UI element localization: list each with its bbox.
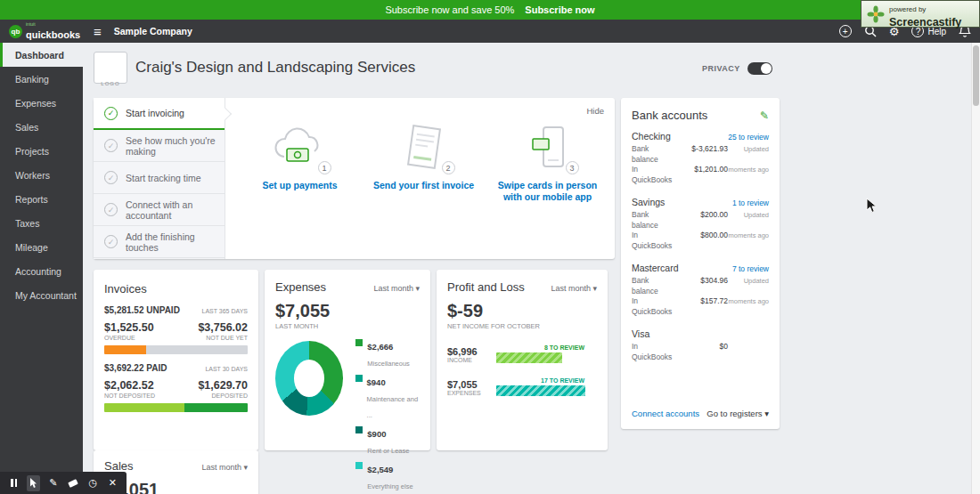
- sidebar-item-label: Dashboard: [15, 50, 64, 61]
- notdeposited-amount: $2,062.52: [104, 379, 154, 392]
- hide-link[interactable]: Hide: [586, 106, 604, 116]
- checklist-item-track-time[interactable]: ✓ Start tracking time: [94, 162, 225, 194]
- profit-loss-filter-dropdown[interactable]: Last month ▾: [551, 284, 597, 293]
- legend-swatch: [355, 339, 363, 346]
- cursor-tool-button[interactable]: [27, 475, 40, 491]
- privacy-toggle[interactable]: [747, 62, 772, 75]
- sidebar-item-label: Mileage: [15, 242, 48, 253]
- filter-label: Last month: [201, 463, 241, 472]
- to-review-link[interactable]: 25 to review: [728, 133, 769, 142]
- checklist-item-label: Start invoicing: [126, 108, 184, 118]
- pencil-icon[interactable]: ✎: [760, 109, 769, 122]
- sales-title: Sales: [104, 459, 134, 473]
- payments-illustration: 1: [273, 123, 328, 174]
- sidebar-item-label: Projects: [15, 146, 49, 157]
- sidebar-item-label: Reports: [15, 194, 48, 205]
- account-name: Visa: [632, 328, 649, 339]
- sidebar-item-taxes[interactable]: Taxes: [0, 211, 83, 235]
- sidebar-item-label: Taxes: [15, 218, 39, 229]
- scrollbar-thumb[interactable]: [973, 45, 979, 106]
- legend-item: $900Rent or Lease: [355, 425, 420, 457]
- promo-text: Subscribe now and save 50%: [385, 4, 514, 15]
- quickbooks-logo[interactable]: qb intuit quickbooks: [0, 22, 83, 41]
- sidebar-item-accounting[interactable]: Accounting: [0, 259, 83, 283]
- row-value: $1,201.00: [676, 165, 728, 185]
- check-circle-icon: ✓: [104, 139, 118, 152]
- legend-swatch: [355, 462, 363, 469]
- quickbooks-mark-icon: qb: [9, 25, 22, 38]
- pen-tool-button[interactable]: ✎: [46, 475, 60, 491]
- invoices-card: Invoices $5,281.52 UNPAID LAST 365 DAYS …: [94, 270, 258, 450]
- legend-amount: $900: [367, 429, 386, 439]
- sidebar-item-my-accountant[interactable]: My Accountant: [0, 283, 83, 307]
- sidebar-item-banking[interactable]: Banking: [0, 67, 83, 91]
- row-value: $800.00: [676, 231, 728, 251]
- pause-button[interactable]: [7, 475, 20, 491]
- privacy-control: PRIVACY: [702, 62, 772, 75]
- income-amount: $6,996: [447, 346, 496, 357]
- row-value: $157.72: [676, 296, 728, 317]
- hamburger-menu-icon[interactable]: ≡: [94, 24, 102, 39]
- set-up-payments-link[interactable]: Set up payments: [262, 180, 337, 191]
- sidebar-item-projects[interactable]: Projects: [0, 139, 83, 163]
- swipe-cards-link[interactable]: Swipe cards in person with our mobile ap…: [496, 180, 599, 203]
- sidebar-item-label: Workers: [15, 170, 50, 181]
- sidebar-item-reports[interactable]: Reports: [0, 187, 83, 211]
- paid-period: LAST 30 DAYS: [205, 366, 248, 372]
- sidebar-item-label: My Accountant: [15, 290, 77, 301]
- income-review-link[interactable]: 8 TO REVIEW: [496, 344, 597, 351]
- eraser-tool-button[interactable]: [67, 475, 80, 491]
- legend-amount: $940: [367, 377, 386, 387]
- mouse-cursor: [866, 198, 878, 217]
- expenses-total: $7,055: [275, 301, 420, 321]
- sidebar-item-dashboard[interactable]: Dashboard: [0, 43, 83, 67]
- timer-icon: ◷: [88, 477, 97, 489]
- sidebar-item-label: Accounting: [15, 266, 61, 277]
- send-first-invoice-link[interactable]: Send your first invoice: [373, 180, 474, 191]
- to-review-link[interactable]: 7 to review: [732, 264, 769, 273]
- vertical-scrollbar[interactable]: [971, 43, 980, 494]
- expenses-review-link[interactable]: 17 TO REVIEW: [496, 377, 597, 384]
- toggle-knob: [761, 63, 772, 74]
- bank-accounts-title: Bank accounts: [632, 109, 707, 122]
- legend-swatch: [355, 375, 362, 382]
- sidebar-item-label: Banking: [15, 74, 49, 85]
- check-circle-icon: ✓: [104, 235, 118, 248]
- overdue-amount: $1,525.50: [104, 321, 154, 334]
- step-number-badge: 1: [318, 161, 331, 174]
- expenses-total-label: LAST MONTH: [275, 322, 420, 330]
- pause-icon: [11, 479, 17, 487]
- close-recorder-button[interactable]: ✕: [106, 475, 119, 491]
- legend-item: $940Maintenance and ...: [355, 373, 420, 421]
- to-review-link[interactable]: 1 to review: [732, 198, 769, 207]
- top-navbar: qb intuit quickbooks ≡ Sample Company + …: [0, 20, 980, 43]
- sidebar-item-label: Sales: [15, 122, 38, 133]
- timer-button[interactable]: ◷: [86, 475, 100, 491]
- income-bar: [496, 352, 562, 363]
- upload-logo-button[interactable]: + LOGO: [94, 52, 127, 84]
- subscribe-now-link[interactable]: Subscribe now: [525, 4, 594, 15]
- expenses-filter-dropdown[interactable]: Last month ▾: [373, 284, 420, 293]
- expenses-card: Expenses Last month ▾ $7,055 LAST MONTH …: [265, 270, 430, 450]
- company-name[interactable]: Sample Company: [114, 26, 192, 36]
- sidebar-item-mileage[interactable]: Mileage: [0, 235, 83, 259]
- checklist-item-connect-accountant[interactable]: ✓ Connect with an accountant: [94, 194, 225, 226]
- promo-banner: Subscribe now and save 50% Subscribe now: [0, 0, 980, 20]
- screencastify-badge: powered by Screencastify: [861, 0, 980, 28]
- create-new-icon[interactable]: +: [839, 25, 852, 37]
- checklist-item-see-making[interactable]: ✓ See how much you're making: [94, 130, 225, 162]
- connect-accounts-link[interactable]: Connect accounts: [632, 409, 699, 418]
- legend-category: Rent or Lease: [367, 447, 409, 455]
- checklist-item-start-invoicing[interactable]: ✓ Start invoicing: [94, 98, 225, 130]
- sidebar-item-expenses[interactable]: Expenses: [0, 91, 83, 115]
- row-label: In QuickBooks: [632, 165, 676, 185]
- sales-filter-dropdown[interactable]: Last month ▾: [201, 463, 248, 472]
- sidebar-item-sales[interactable]: Sales: [0, 115, 83, 139]
- checklist-item-finishing-touches[interactable]: ✓ Add the finishing touches: [94, 226, 225, 258]
- row-value: $304.96: [676, 276, 728, 296]
- sidebar-item-workers[interactable]: Workers: [0, 163, 83, 187]
- expenses-donut: [275, 341, 343, 416]
- bank-account-checking: Checking 25 to review Bank balance$-3,62…: [632, 131, 769, 185]
- unpaid-period: LAST 365 DAYS: [202, 308, 249, 314]
- go-to-registers-dropdown[interactable]: Go to registers ▾: [706, 409, 769, 418]
